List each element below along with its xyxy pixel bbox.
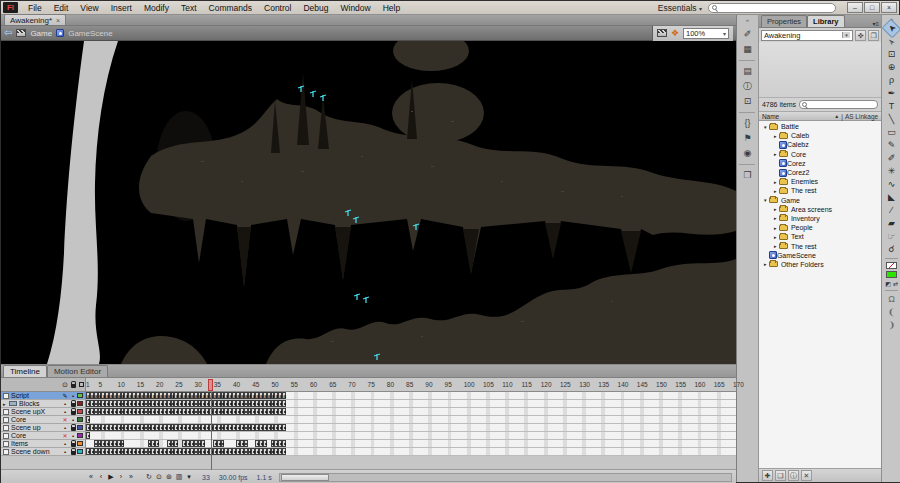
app-search-input[interactable] [708, 3, 836, 13]
fill-color-swatch[interactable] [886, 271, 897, 278]
workspace-switcher[interactable]: Essentials ▾ [658, 3, 702, 13]
layer-frames-strip[interactable] [86, 424, 736, 432]
layer-frames-strip[interactable] [86, 400, 736, 408]
eraser-tool-icon[interactable]: ▰ [884, 217, 899, 230]
new-library-panel-button[interactable]: ❐ [868, 30, 879, 41]
layer-frames-strip[interactable] [86, 408, 736, 416]
rectangle-tool-icon[interactable]: ▭ [884, 126, 899, 139]
menu-insert[interactable]: Insert [105, 3, 138, 13]
menu-view[interactable]: View [74, 3, 104, 13]
layer-lock-toggle[interactable]: • [69, 393, 77, 399]
motion-presets-panel-icon[interactable]: ◉ [738, 146, 756, 161]
twisty-icon[interactable]: ▾ [762, 124, 769, 130]
delete-button[interactable]: ✕ [801, 470, 812, 481]
list-item-inventory[interactable]: ▸Inventory [759, 214, 881, 223]
layer-outline-color[interactable] [77, 449, 83, 454]
close-button[interactable]: × [881, 2, 897, 13]
twisty-icon[interactable]: ▸ [772, 225, 779, 231]
layer-lock-toggle[interactable]: • [69, 417, 77, 423]
layer-visibility-toggle[interactable]: ✎ [61, 392, 69, 399]
3d-rotation-tool-icon[interactable]: ⊕ [884, 61, 899, 74]
menu-commands[interactable]: Commands [203, 3, 258, 13]
twisty-icon[interactable]: ▾ [762, 197, 769, 203]
menu-text[interactable]: Text [175, 3, 203, 13]
line-tool-icon[interactable]: ╲ [884, 113, 899, 126]
twisty-icon[interactable]: ▸ [772, 179, 779, 185]
layer-visibility-toggle[interactable]: • [61, 425, 69, 431]
list-item-gamescene[interactable]: GameScene [759, 251, 881, 260]
stroke-color-swatch[interactable] [886, 262, 897, 269]
pin-library-button[interactable]: ✜ [855, 30, 866, 41]
go-to-first-frame-button[interactable]: « [87, 473, 95, 481]
tab-library[interactable]: Library [807, 15, 844, 27]
layer-lock-toggle[interactable] [69, 425, 77, 431]
menu-edit[interactable]: Edit [48, 3, 75, 13]
layer-outline-color[interactable] [77, 417, 83, 422]
twisty-icon[interactable]: ▸ [772, 234, 779, 240]
transform-panel-icon[interactable]: ⊡ [738, 94, 756, 109]
new-symbol-button[interactable]: ✚ [762, 470, 773, 481]
brush-panel-icon[interactable]: ✐ [738, 27, 756, 42]
step-back-button[interactable]: ‹ [97, 473, 105, 481]
menu-debug[interactable]: Debug [297, 3, 334, 13]
layer-outline-color[interactable] [77, 409, 83, 414]
layer-name-blocks[interactable]: ▸Blocks• [1, 400, 86, 408]
list-item-people[interactable]: ▸People [759, 223, 881, 232]
onion-skin-outlines-button[interactable]: ⊚ [165, 473, 173, 481]
column-name[interactable]: Name [762, 113, 779, 120]
pen-tool-icon[interactable]: ✒ [884, 87, 899, 100]
breadcrumb-symbol[interactable]: GameScene [68, 29, 112, 38]
show-hide-all-layers-icon[interactable]: ⊙ [61, 381, 69, 389]
twisty-icon[interactable]: ▸ [772, 133, 779, 139]
twisty-icon[interactable]: ▸ [772, 188, 779, 194]
modify-onion-markers-button[interactable]: ▾ [185, 473, 193, 481]
layer-visibility-toggle[interactable]: • [61, 401, 69, 407]
twisty-icon[interactable]: ▸ [772, 151, 779, 157]
list-item-game[interactable]: ▾Game [759, 196, 881, 205]
layer-outline-color[interactable] [77, 425, 83, 430]
layer-frames-strip[interactable] [86, 448, 736, 456]
playhead-line[interactable] [211, 392, 212, 470]
layer-name-script[interactable]: Script✎• [1, 392, 86, 400]
layer-lock-toggle[interactable] [69, 441, 77, 447]
edit-symbol-button[interactable]: ❖ [671, 29, 679, 38]
library-document-select[interactable]: Awakening▾ [761, 30, 853, 41]
list-item-corez2[interactable]: Corez2 [759, 168, 881, 177]
actions-panel-icon[interactable]: {} [738, 116, 756, 131]
lasso-tool-icon[interactable]: ρ [884, 74, 899, 87]
new-folder-button[interactable]: ❏ [775, 470, 786, 481]
list-item-the-rest[interactable]: ▸The rest [759, 241, 881, 250]
playhead-marker[interactable] [208, 379, 213, 391]
project-panel-icon[interactable]: ❐ [738, 168, 756, 183]
layer-frames-strip[interactable] [86, 440, 736, 448]
list-item-the-rest[interactable]: ▸The rest [759, 186, 881, 195]
twisty-icon[interactable]: ▸ [772, 243, 779, 249]
layer-frames-strip[interactable] [86, 432, 736, 440]
layer-name-scene-down[interactable]: Scene down• [1, 448, 86, 456]
menu-control[interactable]: Control [258, 3, 297, 13]
column-as-linkage[interactable]: AS Linkage [845, 113, 878, 120]
layer-lock-toggle[interactable] [69, 449, 77, 455]
hand-tool-icon[interactable]: ☞ [884, 230, 899, 243]
zoom-tool-icon[interactable]: ☌ [884, 243, 899, 256]
play-button[interactable]: ▶ [107, 473, 115, 481]
layer-visibility-toggle[interactable]: ✕ [61, 432, 69, 439]
layer-frames-strip[interactable]: aaaaaaaaaaaaaaaaaaaaaaaaaaaaaaaaaaaaaaaa… [86, 392, 736, 400]
spray-brush-tool-icon[interactable]: ✳ [884, 165, 899, 178]
brush-tool-icon[interactable]: ✐ [884, 152, 899, 165]
layer-lock-toggle[interactable] [69, 401, 77, 407]
list-item-caleb[interactable]: ▸Caleb [759, 131, 881, 140]
layer-visibility-toggle[interactable]: • [61, 409, 69, 415]
list-item-area-screens[interactable]: ▸Area screens [759, 205, 881, 214]
onion-skin-button[interactable]: ⊙ [155, 473, 163, 481]
menu-file[interactable]: File [22, 3, 48, 13]
pencil-tool-icon[interactable]: ✎ [884, 139, 899, 152]
maximize-button[interactable]: □ [864, 2, 880, 13]
layer-name-scene-upx[interactable]: Scene upX• [1, 408, 86, 416]
breadcrumb-scene[interactable]: Game [30, 29, 52, 38]
tab-properties[interactable]: Properties [761, 15, 807, 27]
list-item-calebz[interactable]: Calebz [759, 140, 881, 149]
black-white-button[interactable]: ◩ [885, 280, 891, 287]
layer-name-items[interactable]: Items• [1, 440, 86, 448]
sort-icon[interactable]: ▲ [834, 113, 839, 119]
